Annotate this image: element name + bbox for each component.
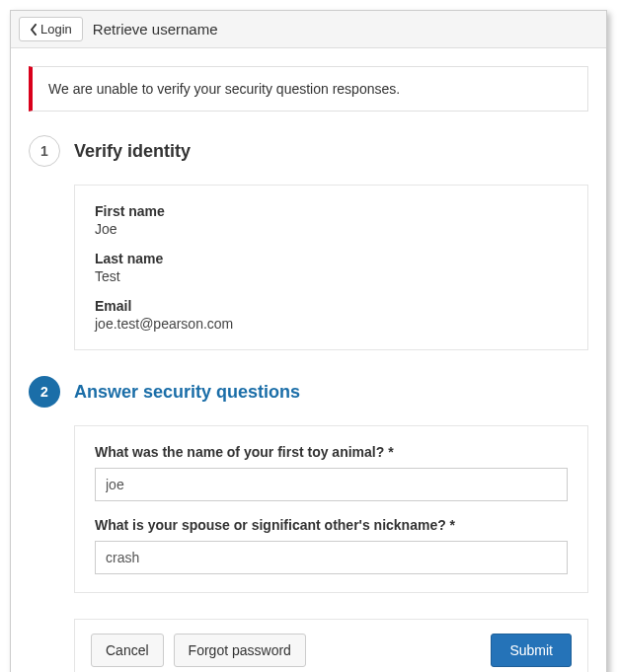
step-1-title: Verify identity [74, 141, 191, 162]
question-2-input[interactable] [95, 541, 568, 574]
panel-header: Login Retrieve username [11, 11, 606, 48]
error-message: We are unable to verify your security qu… [48, 81, 400, 97]
cancel-button[interactable]: Cancel [91, 634, 164, 667]
identity-card: First name Joe Last name Test Email joe.… [74, 185, 588, 350]
page-title: Retrieve username [93, 21, 218, 37]
back-button-label: Login [40, 22, 72, 37]
step-1-content: First name Joe Last name Test Email joe.… [74, 185, 588, 350]
step-1-number: 1 [29, 135, 60, 167]
question-1-label: What was the name of your first toy anim… [95, 444, 568, 460]
step-2-number: 2 [29, 376, 60, 408]
email-label: Email [95, 298, 568, 314]
actions-card: Cancel Forgot password Submit [74, 619, 588, 672]
question-1-input[interactable] [95, 468, 568, 501]
retrieve-username-panel: Login Retrieve username We are unable to… [10, 10, 607, 672]
first-name-block: First name Joe [95, 203, 568, 237]
actions-row: Cancel Forgot password Submit [74, 619, 588, 672]
forgot-password-button[interactable]: Forgot password [174, 634, 306, 667]
step-1-header: 1 Verify identity [29, 135, 588, 167]
panel-body: We are unable to verify your security qu… [11, 48, 606, 672]
step-2-content: What was the name of your first toy anim… [74, 425, 588, 593]
last-name-block: Last name Test [95, 251, 568, 284]
question-1-block: What was the name of your first toy anim… [95, 444, 568, 501]
first-name-label: First name [95, 203, 568, 219]
email-block: Email joe.test@pearson.com [95, 298, 568, 332]
security-questions-card: What was the name of your first toy anim… [74, 425, 588, 593]
step-2-header: 2 Answer security questions [29, 376, 588, 408]
question-2-block: What is your spouse or significant other… [95, 517, 568, 574]
submit-button[interactable]: Submit [491, 634, 572, 667]
back-to-login-button[interactable]: Login [19, 17, 83, 41]
last-name-value: Test [95, 268, 568, 284]
first-name-value: Joe [95, 221, 568, 237]
chevron-left-icon [30, 24, 38, 36]
error-alert: We are unable to verify your security qu… [29, 66, 588, 112]
email-value: joe.test@pearson.com [95, 316, 568, 332]
last-name-label: Last name [95, 251, 568, 266]
step-2-title: Answer security questions [74, 382, 300, 403]
question-2-label: What is your spouse or significant other… [95, 517, 568, 533]
